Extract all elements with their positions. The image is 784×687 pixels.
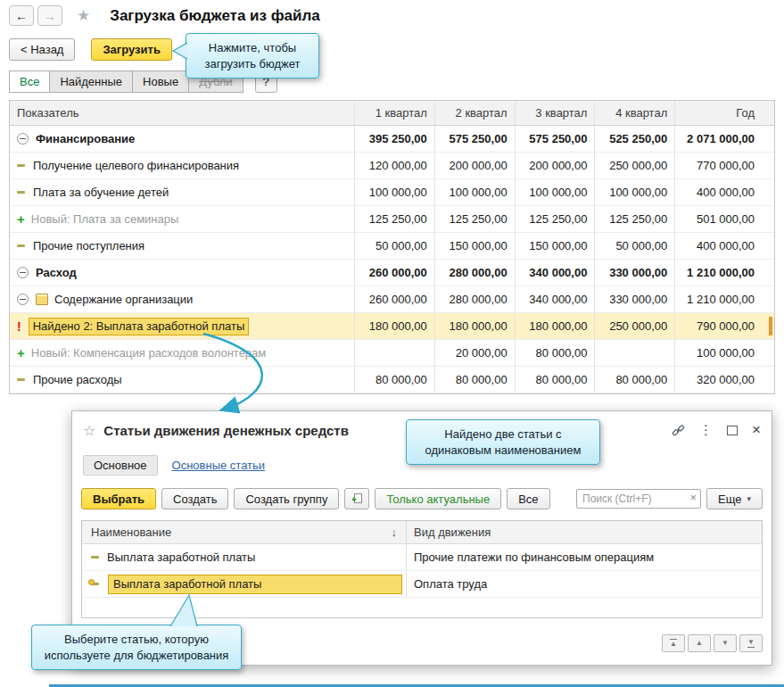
- budget-value-cell[interactable]: 50 000,00: [354, 233, 434, 259]
- collapse-tree-icon[interactable]: [17, 267, 29, 278]
- budget-value-cell[interactable]: 180 000,00: [434, 313, 515, 339]
- dialog-favorite-star-icon[interactable]: ☆: [83, 422, 95, 439]
- budget-value-cell[interactable]: 80 000,00: [434, 367, 515, 393]
- budget-value-cell[interactable]: 575 250,00: [515, 126, 595, 152]
- budget-value-cell[interactable]: 100 000,00: [354, 179, 434, 205]
- budget-value-cell[interactable]: 100 000,00: [434, 179, 515, 205]
- column-header-q2[interactable]: 2 квартал: [434, 101, 515, 125]
- dialog-table-row[interactable]: Выплата заработной платыПрочие платежи п…: [82, 544, 762, 571]
- link-main-items[interactable]: Основные статьи: [172, 459, 266, 472]
- column-header-q3[interactable]: 3 квартал: [515, 101, 595, 125]
- budget-row[interactable]: Прочие поступления50 000,00150 000,00150…: [10, 233, 774, 260]
- go-next-button[interactable]: ▼: [714, 634, 737, 652]
- tab-main[interactable]: Основное: [83, 455, 158, 476]
- budget-value-cell[interactable]: 395 250,00: [354, 126, 434, 152]
- budget-value-cell[interactable]: 525 250,00: [594, 126, 674, 152]
- collapse-tree-icon[interactable]: [17, 294, 29, 305]
- budget-value-cell[interactable]: 501 000,00: [674, 206, 774, 232]
- budget-value-cell[interactable]: 330 000,00: [594, 260, 674, 286]
- budget-value-cell[interactable]: 320 000,00: [674, 367, 774, 393]
- tab-all[interactable]: Все: [9, 70, 50, 93]
- budget-row[interactable]: Содержание организации260 000,00280 000,…: [10, 286, 774, 313]
- budget-value-cell[interactable]: 50 000,00: [594, 233, 674, 259]
- budget-value-cell[interactable]: [594, 340, 674, 366]
- column-header-q1[interactable]: 1 квартал: [354, 101, 434, 125]
- budget-value-cell[interactable]: 20 000,00: [434, 340, 515, 366]
- go-prev-button[interactable]: ▲: [688, 634, 711, 652]
- column-header-year[interactable]: Год: [674, 101, 774, 125]
- tab-found[interactable]: Найденные: [49, 70, 133, 93]
- budget-value-cell[interactable]: 125 250,00: [354, 206, 434, 232]
- budget-value-cell[interactable]: 80 000,00: [515, 340, 595, 366]
- budget-row[interactable]: Прочие расходы80 000,0080 000,0080 000,0…: [10, 367, 774, 393]
- copy-button[interactable]: [344, 488, 369, 509]
- column-header-q4[interactable]: 4 квартал: [594, 101, 674, 125]
- more-button[interactable]: Еще ▾: [706, 488, 763, 509]
- budget-value-cell[interactable]: 340 000,00: [515, 260, 595, 286]
- column-header-indicator[interactable]: Показатель: [10, 101, 354, 125]
- budget-value-cell[interactable]: 125 250,00: [434, 206, 515, 232]
- budget-value-cell[interactable]: [354, 340, 434, 366]
- load-button[interactable]: Загрузить: [91, 38, 171, 61]
- budget-value-cell[interactable]: 770 000,00: [674, 153, 774, 178]
- budget-value-cell[interactable]: 250 000,00: [594, 153, 674, 178]
- budget-value-cell[interactable]: 1 210 000,00: [674, 260, 774, 286]
- budget-value-cell[interactable]: 180 000,00: [354, 313, 434, 339]
- budget-value-cell[interactable]: 200 000,00: [434, 153, 515, 178]
- link-icon[interactable]: [672, 424, 685, 437]
- budget-value-cell[interactable]: 575 250,00: [434, 126, 515, 152]
- budget-value-cell[interactable]: 120 000,00: [354, 153, 434, 178]
- budget-value-cell[interactable]: 340 000,00: [515, 286, 595, 312]
- budget-value-cell[interactable]: 125 250,00: [594, 206, 674, 232]
- budget-row[interactable]: +Новый: Плата за семинары125 250,00125 2…: [10, 206, 774, 233]
- column-header-name[interactable]: Наименование ↓: [82, 521, 406, 543]
- budget-value-cell[interactable]: 400 000,00: [674, 179, 774, 205]
- budget-value-cell[interactable]: 180 000,00: [515, 313, 595, 339]
- budget-row[interactable]: +Новый: Компенсация расходов волонтерам2…: [10, 340, 774, 367]
- budget-value-cell[interactable]: 260 000,00: [354, 260, 434, 286]
- budget-row[interactable]: Получение целевого финансирования120 000…: [10, 153, 774, 179]
- create-button[interactable]: Создать: [161, 488, 228, 509]
- budget-value-cell[interactable]: 150 000,00: [434, 233, 515, 259]
- budget-value-cell[interactable]: 80 000,00: [594, 367, 674, 393]
- budget-value-cell[interactable]: 100 000,00: [594, 179, 674, 205]
- close-icon[interactable]: ×: [752, 421, 761, 439]
- budget-row[interactable]: Финансирование395 250,00575 250,00575 25…: [10, 126, 774, 153]
- tab-new[interactable]: Новые: [132, 70, 189, 93]
- budget-value-cell[interactable]: 250 000,00: [594, 313, 674, 339]
- search-input[interactable]: [576, 489, 701, 509]
- budget-value-cell[interactable]: 280 000,00: [434, 260, 515, 286]
- history-forward-button[interactable]: →: [37, 5, 62, 26]
- budget-value-cell[interactable]: 1 210 000,00: [674, 286, 774, 312]
- go-first-button[interactable]: ▲: [662, 634, 685, 652]
- budget-value-cell[interactable]: 100 000,00: [515, 179, 595, 205]
- budget-value-cell[interactable]: 2 071 000,00: [674, 126, 774, 152]
- budget-row[interactable]: Расход260 000,00280 000,00340 000,00330 …: [10, 260, 774, 286]
- budget-value-cell[interactable]: 330 000,00: [594, 286, 674, 312]
- favorite-star-icon[interactable]: ★: [77, 6, 90, 25]
- history-back-button[interactable]: ←: [9, 5, 34, 26]
- only-actual-button[interactable]: Только актуальные: [375, 488, 501, 509]
- all-button[interactable]: Все: [507, 488, 549, 509]
- go-last-button[interactable]: ▼: [739, 634, 763, 652]
- budget-value-cell[interactable]: 125 250,00: [515, 206, 595, 232]
- budget-value-cell[interactable]: 150 000,00: [515, 233, 595, 259]
- more-menu-icon[interactable]: ⋮: [699, 422, 713, 438]
- create-group-button[interactable]: Создать группу: [234, 488, 339, 509]
- budget-value-cell[interactable]: 200 000,00: [515, 153, 595, 178]
- collapse-tree-icon[interactable]: [17, 133, 29, 145]
- budget-row[interactable]: Плата за обучение детей100 000,00100 000…: [10, 179, 774, 206]
- dialog-table-row[interactable]: Выплата заработной платыОплата труда: [82, 571, 762, 598]
- budget-value-cell[interactable]: 790 000,00: [674, 313, 774, 339]
- clear-search-icon[interactable]: ×: [689, 491, 697, 504]
- column-header-type[interactable]: Вид движения: [406, 521, 762, 543]
- budget-value-cell[interactable]: 80 000,00: [515, 367, 595, 393]
- budget-value-cell[interactable]: 400 000,00: [674, 233, 774, 259]
- select-button[interactable]: Выбрать: [81, 488, 156, 509]
- budget-value-cell[interactable]: 280 000,00: [434, 286, 515, 312]
- budget-value-cell[interactable]: 260 000,00: [354, 286, 434, 312]
- budget-value-cell[interactable]: 100 000,00: [674, 340, 774, 366]
- budget-row[interactable]: !Найдено 2: Выплата заработной платы180 …: [10, 313, 774, 340]
- maximize-icon[interactable]: [727, 426, 738, 435]
- back-button[interactable]: < Назад: [9, 38, 75, 61]
